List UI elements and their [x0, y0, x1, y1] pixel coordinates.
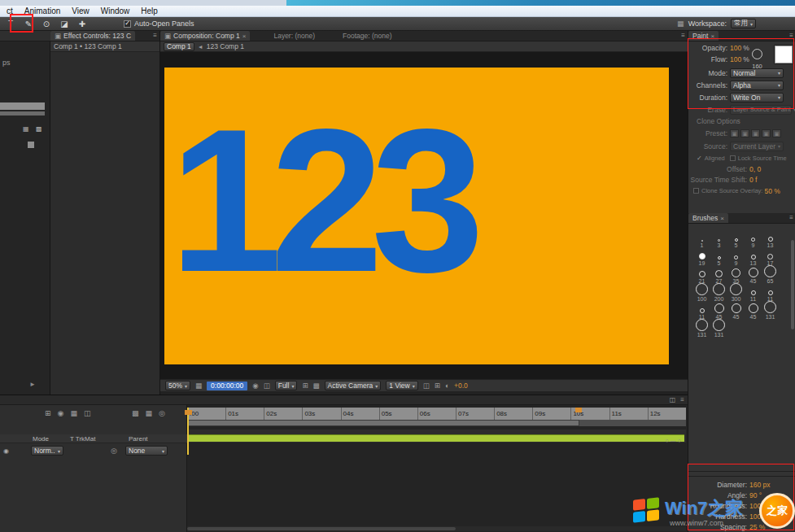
close-icon[interactable]: × — [720, 215, 724, 222]
opacity-value[interactable]: 100 — [730, 44, 741, 52]
tab-effect-controls[interactable]: ▣ Effect Controls: 123 C — [50, 31, 135, 41]
panel-menu-icon[interactable]: ≡ — [789, 213, 793, 223]
cti-grab-handle[interactable] — [185, 410, 192, 415]
menu-item-view[interactable]: View — [66, 7, 95, 15]
work-area-segment[interactable] — [187, 420, 579, 426]
brush-preset[interactable]: 5 — [710, 248, 727, 266]
duration-dropdown[interactable]: Write On ▾ — [730, 93, 784, 102]
type-tool-icon[interactable]: T — [3, 20, 18, 28]
frame-blend-icon[interactable]: ▦ — [146, 409, 153, 417]
crumb-comp-button[interactable]: Comp 1 — [164, 42, 194, 51]
resolution-dropdown[interactable]: Full ▾ — [275, 381, 298, 390]
transparency-grid-icon[interactable]: ▩ — [313, 382, 320, 390]
brush-preset[interactable]: 11 — [693, 302, 710, 320]
menu-item-help[interactable]: Help — [135, 7, 164, 15]
active-camera-dropdown[interactable]: Active Camera ▾ — [325, 381, 382, 390]
blend-mode-dropdown[interactable]: Norm.. ▾ — [31, 446, 63, 456]
brush-preset[interactable]: 9 — [727, 248, 745, 266]
tab-paint[interactable]: Paint × — [688, 31, 719, 41]
brush-preset[interactable]: 11 — [762, 284, 779, 302]
brush-preset[interactable]: 131 — [710, 320, 727, 338]
brush-preset[interactable]: 100 — [693, 284, 710, 302]
brush-preset[interactable]: 45 — [745, 302, 762, 320]
panel-menu-icon[interactable]: ≡ — [789, 31, 793, 41]
brush-preset[interactable]: 200 — [710, 284, 727, 302]
composition-canvas[interactable]: 123 — [164, 68, 669, 364]
safe-areas-icon[interactable]: ▦ — [195, 382, 202, 390]
composition-viewer[interactable]: 123 — [160, 52, 688, 379]
parent-column-header[interactable]: Parent — [129, 435, 148, 443]
trkmat-column-header[interactable]: T TrkMat — [70, 435, 95, 443]
hscrollbar-thumb[interactable] — [187, 527, 456, 530]
brush-preset[interactable]: 17 — [762, 248, 779, 266]
panel-menu-icon[interactable]: ≡ — [681, 31, 685, 41]
region-of-interest-icon[interactable]: ⊞ — [302, 382, 308, 390]
flow-value[interactable]: 100 — [730, 55, 741, 63]
panel-menu-icon[interactable]: ≡ — [680, 396, 684, 403]
tab-layer[interactable]: Layer: (none) — [269, 31, 319, 41]
close-icon[interactable]: × — [242, 33, 247, 40]
shy-layers-icon[interactable]: ▩ — [132, 409, 139, 417]
brush-preset[interactable]: 35 — [727, 266, 745, 284]
show-channels-icon[interactable]: ◫ — [264, 382, 270, 390]
current-time-field[interactable]: 0:00:00:00 — [207, 382, 247, 390]
panel-menu-icon[interactable]: ≡ — [153, 31, 157, 41]
brush-preset[interactable]: 45 — [710, 302, 727, 320]
brushes-scrollbar[interactable] — [791, 240, 794, 329]
brush-preset[interactable]: 65 — [762, 266, 779, 284]
timeline-marker[interactable] — [575, 408, 582, 412]
tab-composition[interactable]: ▣ Composition: Comp 1 × — [160, 31, 250, 41]
brush-preset[interactable]: 19 — [693, 248, 710, 266]
brush-preset[interactable]: 300 — [727, 284, 745, 302]
tab-brushes[interactable]: Brushes × — [688, 213, 728, 223]
brush-preset[interactable]: 13 — [745, 248, 762, 266]
mode-column-header[interactable]: Mode — [33, 435, 49, 443]
brush-preset[interactable]: 13 — [762, 230, 779, 248]
timeline-graph-icon[interactable]: ◫ — [670, 396, 676, 403]
brush-preset[interactable]: 9 — [745, 230, 762, 248]
eraser-tool-icon[interactable]: ◪ — [57, 20, 72, 28]
brush-tool-icon[interactable]: ✎ — [21, 20, 36, 28]
timeline-hscrollbar[interactable] — [187, 526, 686, 531]
menu-item-window[interactable]: Window — [95, 7, 136, 15]
brush-preset[interactable]: 45 — [727, 302, 745, 320]
brush-preset[interactable]: 131 — [762, 302, 779, 320]
layer-duration-bar[interactable] — [189, 434, 684, 442]
current-time-indicator[interactable] — [187, 408, 189, 455]
close-icon[interactable]: × — [710, 33, 714, 40]
layer-row[interactable]: ◉ Norm.. ▾ ◎ None ▾ — [0, 445, 187, 456]
snapshot-icon[interactable]: ◉ — [252, 382, 258, 390]
fast-preview-icon[interactable]: ⊞ — [435, 382, 440, 390]
menu-item-animation[interactable]: Animation — [19, 7, 66, 15]
setting-value[interactable]: 160 px — [749, 481, 771, 489]
auto-open-panels-checkbox[interactable]: ✓ Auto-Open Panels — [124, 20, 194, 28]
exposure-value[interactable]: +0.0 — [454, 382, 468, 390]
motion-blur-icon[interactable]: ◎ — [159, 409, 165, 417]
back-arrow-icon[interactable]: ◄ — [198, 44, 203, 50]
puppet-pin-tool-icon[interactable]: ✚ — [75, 20, 90, 28]
magnification-dropdown[interactable]: 50% ▾ — [165, 381, 190, 390]
brush-preset[interactable]: 11 — [745, 284, 762, 302]
timeline-zoom-slider[interactable]: ○—○ — [666, 438, 683, 443]
brush-preset[interactable]: 45 — [745, 266, 762, 284]
paint-color-swatch[interactable] — [775, 46, 793, 63]
menu-item-ct[interactable]: ct — [1, 7, 19, 15]
composition-mini-flowchart-icon[interactable]: ⊞ — [45, 409, 51, 417]
brush-preset[interactable]: 1 — [693, 230, 710, 248]
graph-editor-icon[interactable]: ◫ — [84, 409, 91, 417]
exposure-icon[interactable]: ◐ — [445, 382, 449, 390]
workspace-dropdown[interactable]: 常用 ▾ — [731, 19, 756, 28]
draft-3d-icon[interactable]: ▦ — [70, 409, 77, 417]
brush-preset[interactable]: 27 — [710, 266, 727, 284]
brush-preset[interactable]: 21 — [693, 266, 710, 284]
brush-preset[interactable]: 3 — [710, 230, 727, 248]
clone-stamp-tool-icon[interactable]: ⊙ — [39, 20, 54, 28]
eye-icon[interactable]: ◉ — [3, 447, 9, 455]
parent-dropdown[interactable]: None ▾ — [125, 446, 168, 456]
expand-triangle-icon[interactable]: ► — [29, 381, 36, 388]
brush-preset[interactable]: 131 — [693, 320, 710, 338]
live-update-icon[interactable]: ◉ — [58, 409, 64, 417]
view-layout-dropdown[interactable]: 1 View ▾ — [386, 381, 417, 390]
parent-pickwhip-icon[interactable]: ◎ — [111, 447, 117, 455]
time-ruler[interactable]: :0001s02s03s04s05s06s07s08s09s10s11s12s — [187, 408, 686, 420]
